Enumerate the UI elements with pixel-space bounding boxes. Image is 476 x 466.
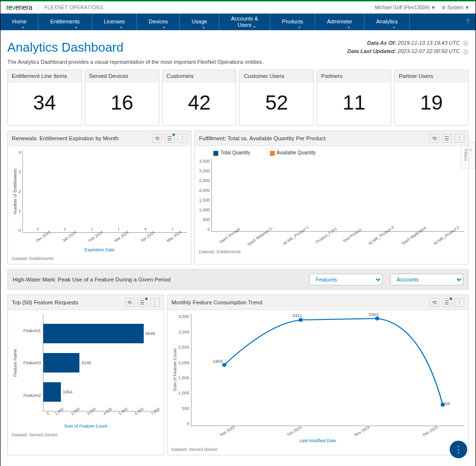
fab-menu[interactable]: ⋮	[450, 441, 467, 458]
more-icon[interactable]: ⋮	[177, 134, 187, 143]
nav-devices[interactable]: Devices▼	[137, 14, 180, 30]
chart-title: Top (50) Feature Requests	[12, 299, 78, 305]
kpi-customer-users: Customer Users52	[239, 70, 314, 126]
nav-analytics[interactable]: Analytics▼	[364, 14, 410, 30]
svg-point-2	[375, 317, 379, 320]
nav-administer[interactable]: Administer▼	[315, 14, 364, 30]
renewals-bars: 2 2 1 1 4 1	[22, 150, 187, 233]
hiwater-bar: High-Water Mark: Peak Use of a Feature D…	[7, 269, 469, 290]
topbar: revenera FLEXNET OPERATIONS Michael Goff…	[0, 0, 476, 14]
user-menu[interactable]: Michael Goff (Flex13004) ▼	[375, 5, 436, 10]
more-icon[interactable]: ⋮	[455, 298, 464, 307]
navbar: Home▼ Entitlements▼ Licenses▼ Devices▼ U…	[0, 14, 476, 30]
kpi-partner-users: Partner Users19	[394, 70, 469, 126]
kpi-customers: Customers42	[162, 70, 237, 126]
more-icon[interactable]: ⋮	[150, 298, 160, 307]
gear-icon: ⚙	[441, 5, 446, 10]
help-icon[interactable]: ?	[460, 14, 476, 30]
chart-title: Renewals: Entitlement Expiration by Mont…	[12, 135, 118, 141]
undo-icon[interactable]: ⟲	[429, 134, 439, 143]
fulfillment-bars	[211, 159, 464, 232]
features-select[interactable]: Features	[309, 274, 382, 285]
top50-bars: 6045 2146 1064	[43, 314, 160, 411]
accounts-select[interactable]: Accounts	[390, 274, 463, 285]
hiwater-title: High-Water Mark: Peak Use of a Feature D…	[13, 277, 171, 282]
nav-products[interactable]: Products▼	[270, 14, 315, 30]
filter-icon[interactable]: ☰	[165, 134, 174, 143]
chart-title: Fulfillment: Total vs. Available Quantit…	[199, 135, 325, 141]
undo-icon[interactable]: ⟲	[125, 298, 134, 307]
meta-block: Data As Of: 2019-11-13 13:19:43 UTC Data…	[347, 40, 469, 56]
chart-trend: Monthly Feature Consumption Trend ⟲ ☰ ⋮ …	[167, 295, 469, 455]
kpi-served-devices: Served Devices16	[85, 70, 159, 126]
filter-icon[interactable]: ☰	[442, 298, 452, 307]
info-icon[interactable]	[463, 40, 469, 46]
nav-usage[interactable]: Usage▼	[180, 14, 219, 30]
filter-icon[interactable]: ☰	[442, 134, 452, 143]
kpi-partners: Partners11	[317, 70, 391, 126]
chart-renewals: Renewals: Entitlement Expiration by Mont…	[7, 130, 191, 264]
system-menu[interactable]: ⚙ System ▼	[441, 5, 470, 10]
undo-icon[interactable]: ⟲	[152, 134, 162, 143]
chart-fulfillment: Fulfillment: Total vs. Available Quantit…	[194, 130, 469, 264]
chart-title: Monthly Feature Consumption Trend	[171, 299, 263, 305]
kpi-row: Entitlement Line Items34 Served Devices1…	[7, 70, 469, 126]
app-name: FLEXNET OPERATIONS	[38, 5, 103, 10]
svg-point-0	[222, 363, 226, 367]
trend-line: 1903 3311 3363 658	[191, 314, 465, 426]
chart-top50: Top (50) Feature Requests ⟲ ☰ ⋮ Feature …	[7, 295, 164, 455]
undo-icon[interactable]: ⟲	[429, 298, 439, 307]
filter-icon[interactable]: ☰	[137, 298, 147, 307]
more-icon[interactable]: ⋮	[455, 134, 464, 143]
kpi-entitlement-items: Entitlement Line Items34	[7, 70, 82, 126]
logo: revenera	[6, 3, 32, 11]
page-subtitle: The Analytics Dashboard provides a visua…	[7, 59, 469, 65]
svg-point-1	[298, 318, 303, 322]
nav-licenses[interactable]: Licenses▼	[92, 14, 137, 30]
nav-entitlements[interactable]: Entitlements▼	[38, 14, 92, 30]
nav-home[interactable]: Home▼	[0, 14, 38, 30]
info-icon[interactable]	[463, 49, 469, 55]
nav-accounts-users[interactable]: Accounts &Users▼	[219, 14, 270, 30]
